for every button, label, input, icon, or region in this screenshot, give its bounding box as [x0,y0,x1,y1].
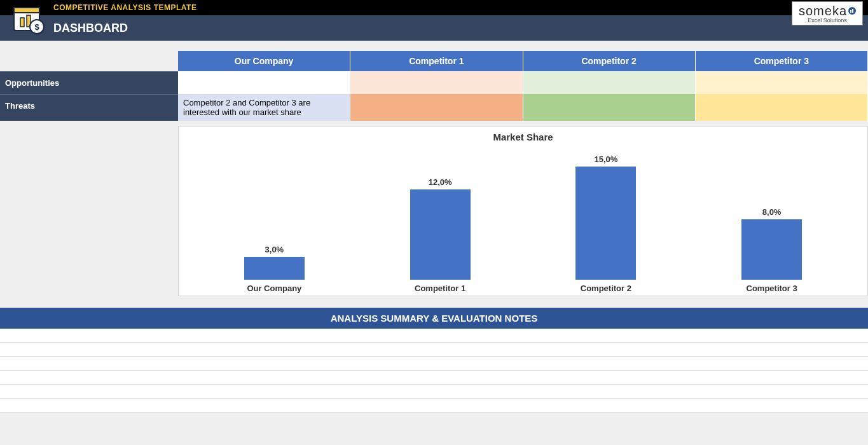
row-opportunities[interactable]: Opportunities [0,71,178,94]
someka-logo: someka Excel Solutions [792,1,863,25]
summary-row[interactable] [0,329,868,343]
summary-row[interactable] [0,385,868,399]
cell-opp-c3[interactable] [696,71,868,94]
chart-plot-area: 3,0%12,0%15,0%8,0% [191,146,855,280]
chart-bar: 15,0% [533,154,679,280]
svg-text:$: $ [34,22,39,32]
header: $ DASHBOARD someka Excel Solutions [0,15,868,41]
bar-value-label: 8,0% [762,207,782,217]
summary-row[interactable] [0,399,868,413]
chart-bar: 8,0% [699,207,844,280]
col-competitor-1[interactable]: Competitor 1 [350,51,523,71]
chart-title: Market Share [191,132,855,142]
logo-chart-icon [848,7,856,15]
cell-opp-c2[interactable] [523,71,696,94]
x-axis-label: Competitor 3 [699,284,844,293]
page-title: DASHBOARD [53,22,128,35]
col-our-company[interactable]: Our Company [178,51,350,71]
chart-bar: 12,0% [367,177,513,280]
template-title: COMPETITIVE ANALYSIS TEMPLATE [53,3,196,12]
bar-value-label: 15,0% [594,154,617,164]
bar-rect [410,189,471,280]
chart-x-axis: Our CompanyCompetitor 1Competitor 2Compe… [191,284,855,293]
x-axis-label: Competitor 1 [367,284,513,293]
row-threats[interactable]: Threats [0,94,178,121]
dashboard-icon: $ [11,1,47,37]
summary-rows [0,329,868,413]
x-axis-label: Our Company [202,284,347,293]
cell-opp-c1[interactable] [350,71,523,94]
topbar: COMPETITIVE ANALYSIS TEMPLATE [0,0,868,15]
market-share-chart: Market Share 3,0%12,0%15,0%8,0% Our Comp… [178,126,868,296]
summary-header: ANALYSIS SUMMARY & EVALUATION NOTES [0,308,868,329]
cell-thr-our[interactable]: Competitor 2 and Competitor 3 are intere… [178,94,350,121]
summary-row[interactable] [0,371,868,385]
cell-opp-our[interactable] [178,71,350,94]
bar-rect [244,257,305,280]
summary-row[interactable] [0,343,868,357]
bar-value-label: 3,0% [265,245,284,254]
col-competitor-2[interactable]: Competitor 2 [523,51,696,71]
cell-thr-c3[interactable] [696,94,868,121]
bar-rect [575,167,636,280]
svg-rect-2 [20,18,24,27]
x-axis-label: Competitor 2 [533,284,679,293]
summary-row[interactable] [0,357,868,371]
svg-rect-1 [14,8,39,13]
bar-value-label: 12,0% [429,177,452,187]
cell-thr-c2[interactable] [523,94,696,121]
col-competitor-3[interactable]: Competitor 3 [696,51,868,71]
cell-thr-c1[interactable] [350,94,523,121]
swot-grid: Our Company Competitor 1 Competitor 2 Co… [0,51,868,121]
bar-rect [741,219,802,280]
chart-bar: 3,0% [202,245,347,280]
